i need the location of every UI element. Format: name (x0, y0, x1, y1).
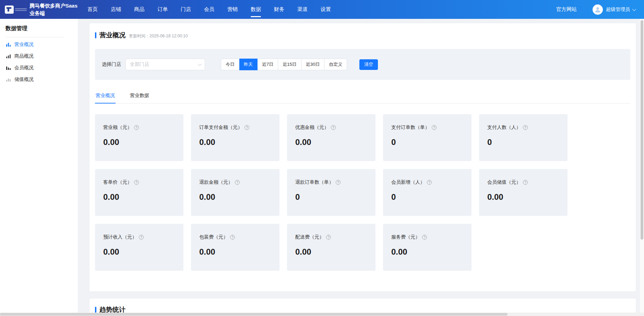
store-select-placeholder: 全部门店 (130, 61, 198, 68)
user-menu[interactable]: 超级管理员 (606, 7, 635, 13)
stat-card-packaging-fee: 包装费（元）? 0.00 (191, 224, 279, 271)
help-icon[interactable]: ? (326, 235, 331, 240)
chevron-down-icon (632, 7, 636, 11)
help-icon[interactable]: ? (230, 235, 235, 240)
help-icon[interactable]: ? (245, 125, 249, 130)
nav-item-finance[interactable]: 财务 (267, 0, 291, 19)
page-title: 营业概况 (99, 31, 126, 40)
range-7days-button[interactable]: 近7日 (258, 59, 278, 70)
stat-value: 0.00 (199, 192, 271, 202)
vertical-scrollbar[interactable] (640, 19, 644, 313)
stat-value: 0.00 (487, 192, 559, 202)
stat-card-grid: 营业额（元）? 0.00 订单支付金额（元）? 0.00 优惠金额（元）? 0.… (95, 114, 630, 271)
help-icon[interactable]: ? (427, 180, 432, 185)
store-select[interactable]: 全部门店 (126, 59, 205, 70)
help-icon[interactable]: ? (422, 235, 427, 240)
user-name-label: 超级管理员 (606, 7, 630, 13)
stat-card-delivery-fee: 配送费（元）? 0.00 (287, 224, 375, 271)
stat-card-new-members: 会员新增（人）? 0 (383, 169, 472, 216)
horizontal-scrollbar-thumb[interactable] (0, 313, 508, 316)
nav-item-data[interactable]: 数据 (244, 0, 267, 19)
nav-item-shop[interactable]: 店铺 (104, 0, 128, 19)
nav-item-stores[interactable]: 门店 (174, 0, 198, 19)
stat-value: 0.00 (199, 137, 271, 147)
stat-label: 服务费（元） (391, 234, 420, 240)
stat-value: 0.00 (103, 192, 175, 202)
stat-card-paid-orders: 支付订单数（单）? 0 (383, 114, 472, 161)
main-nav: 首页 店铺 商品 订单 门店 会员 营销 数据 财务 渠道 设置 (81, 0, 337, 19)
nav-item-goods[interactable]: 商品 (128, 0, 151, 19)
stat-value: 0.00 (103, 247, 175, 257)
nav-item-channels[interactable]: 渠道 (291, 0, 314, 19)
stat-card-revenue: 营业额（元）? 0.00 (95, 114, 183, 161)
help-icon[interactable]: ? (336, 180, 341, 185)
nav-item-home[interactable]: 首页 (81, 0, 104, 19)
nav-item-orders[interactable]: 订单 (151, 0, 174, 19)
sidebar-item-label: 商品概况 (14, 53, 34, 59)
logo-icon (5, 5, 14, 14)
help-icon[interactable]: ? (139, 235, 144, 240)
stat-label: 支付订单数（单） (391, 124, 430, 131)
bar-chart-icon (6, 42, 11, 47)
help-icon[interactable]: ? (235, 180, 240, 185)
logo-subtext (15, 8, 27, 12)
range-custom-button[interactable]: 自定义 (324, 59, 347, 70)
range-today-button[interactable]: 今日 (221, 59, 239, 70)
chevron-down-icon (198, 62, 202, 66)
vertical-scrollbar-thumb[interactable] (641, 20, 643, 240)
stat-value: 0 (391, 137, 463, 147)
help-icon[interactable]: ? (432, 125, 437, 130)
sidebar-item-stored-value-overview[interactable]: 储值概况 (0, 74, 78, 85)
stat-value: 0.00 (295, 247, 367, 257)
nav-item-marketing[interactable]: 营销 (221, 0, 244, 19)
bar-chart-icon (6, 53, 11, 59)
store-select-label: 选择门店 (102, 61, 121, 68)
help-icon[interactable]: ? (134, 180, 139, 185)
range-yesterday-button[interactable]: 昨天 (239, 59, 258, 70)
horizontal-scrollbar[interactable] (0, 313, 644, 316)
stat-value: 0 (391, 192, 463, 202)
stat-card-member-stored-value: 会员储值（元）? 0.00 (479, 169, 568, 216)
stat-value: 0 (295, 192, 367, 202)
stat-label: 退款订单数（单） (295, 179, 334, 185)
logo: 腾马餐饮多商户Saas业务端 (0, 2, 79, 17)
nav-item-settings[interactable]: 设置 (314, 0, 337, 19)
help-icon[interactable]: ? (134, 125, 139, 130)
stat-card-paying-users: 支付人数（人）? 0 (479, 114, 568, 161)
stat-card-discount-amount: 优惠金额（元）? 0.00 (287, 114, 375, 161)
sidebar-item-goods-overview[interactable]: 商品概况 (0, 50, 78, 62)
header-right: 官方网站 超级管理员 (556, 4, 644, 15)
date-range-group: 今日 昨天 近7日 近15日 近30日 自定义 (221, 59, 347, 70)
clear-button[interactable]: 清空 (359, 59, 378, 70)
range-15days-button[interactable]: 近15日 (278, 59, 301, 70)
nav-item-members[interactable]: 会员 (198, 0, 221, 19)
avatar[interactable] (593, 4, 603, 15)
stat-card-refund-amount: 退款金额（元）? 0.00 (191, 169, 279, 216)
app-title: 腾马餐饮多商户Saas业务端 (29, 2, 79, 17)
help-icon[interactable]: ? (523, 125, 528, 130)
stat-label: 支付人数（人） (487, 124, 521, 131)
stat-value: 0.00 (391, 247, 463, 257)
stat-card-expected-income: 预计收入（元）? 0.00 (95, 224, 183, 271)
stat-label: 订单支付金额（元） (199, 124, 242, 131)
sidebar-title: 数据管理 (0, 19, 78, 37)
help-icon[interactable]: ? (523, 180, 528, 185)
official-site-link[interactable]: 官方网站 (556, 6, 577, 13)
tab-business-overview[interactable]: 营业概况 (95, 89, 116, 103)
stat-label: 客单价（元） (103, 179, 132, 185)
sidebar-item-label: 营业概况 (14, 41, 34, 48)
range-30days-button[interactable]: 近30日 (301, 59, 324, 70)
tab-business-data[interactable]: 营业数据 (129, 89, 150, 103)
help-icon[interactable]: ? (331, 125, 336, 130)
sidebar-item-member-overview[interactable]: 会员概况 (0, 62, 78, 74)
stat-card-refund-orders: 退款订单数（单）? 0 (287, 169, 375, 216)
sidebar-item-business-overview[interactable]: 营业概况 (0, 39, 78, 50)
stat-label: 配送费（元） (295, 234, 324, 240)
update-time: 更新时间：2025-06-18 12:00:10 (129, 32, 188, 39)
sidebar: 数据管理 营业概况 商品概况 会员概况 储值概况 (0, 19, 78, 316)
user-icon (594, 6, 601, 13)
top-header: 腾马餐饮多商户Saas业务端 首页 店铺 商品 订单 门店 会员 营销 数据 财… (0, 0, 644, 19)
title-accent-bar (95, 307, 96, 313)
stat-value: 0.00 (295, 137, 367, 147)
section-header: 营业概况 更新时间：2025-06-18 12:00:10 (95, 31, 630, 40)
